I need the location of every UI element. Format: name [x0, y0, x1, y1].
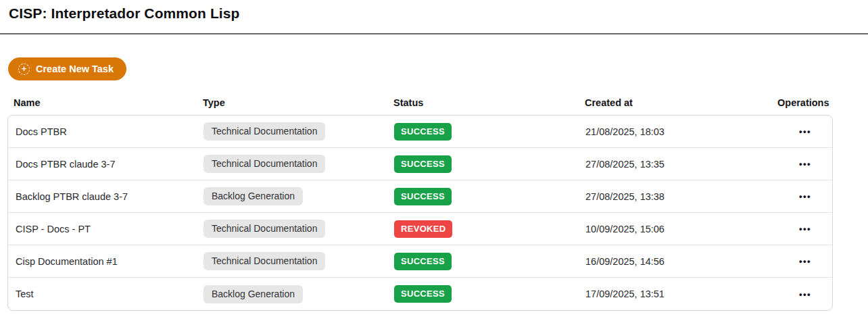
task-status-badge: SUCCESS	[394, 123, 452, 141]
row-operations-button[interactable]: •••	[796, 188, 814, 205]
task-name: CISP - Docs - PT	[8, 224, 203, 234]
task-name: Docs PTBR	[8, 126, 203, 137]
task-type-badge: Backlog Generation	[203, 187, 303, 205]
column-header-created-at: Created at	[585, 97, 777, 108]
task-status-badge: SUCCESS	[394, 155, 452, 173]
task-status-badge: REVOKED	[394, 220, 452, 238]
toolbar: + Create New Task	[8, 57, 868, 80]
task-status-badge: SUCCESS	[394, 285, 452, 303]
table-row: Test Backlog Generation SUCCESS 17/09/20…	[8, 278, 832, 310]
column-header-name: Name	[7, 97, 203, 108]
task-created-at: 27/08/2025, 13:38	[585, 191, 778, 202]
tasks-page: CISP: Interpretador Common Lisp + Create…	[0, 5, 868, 323]
plus-circle-dashed-icon: +	[18, 64, 30, 75]
task-name: Docs PTBR claude 3-7	[8, 159, 203, 170]
ellipsis-icon: •••	[799, 191, 811, 201]
task-name: Cisp Documentation #1	[8, 256, 203, 267]
table-row: Backlog PTBR claude 3-7 Backlog Generati…	[8, 180, 832, 213]
task-type-badge: Technical Documentation	[203, 155, 325, 173]
table-body: Docs PTBR Technical Documentation SUCCES…	[7, 115, 833, 311]
task-status-badge: SUCCESS	[394, 188, 452, 205]
task-created-at: 27/08/2025, 13:35	[585, 159, 778, 170]
task-type-badge: Backlog Generation	[203, 285, 303, 303]
row-operations-button[interactable]: •••	[796, 220, 814, 237]
task-created-at: 16/09/2025, 14:56	[585, 256, 778, 267]
task-type-badge: Technical Documentation	[203, 122, 325, 141]
task-type-badge: Technical Documentation	[203, 252, 325, 270]
task-type-badge: Technical Documentation	[203, 220, 325, 238]
table-row: Docs PTBR Technical Documentation SUCCES…	[8, 116, 832, 148]
task-status-badge: SUCCESS	[394, 253, 452, 270]
column-header-type: Type	[203, 97, 393, 108]
ellipsis-icon: •••	[799, 126, 811, 136]
column-header-status: Status	[393, 97, 585, 108]
ellipsis-icon: •••	[799, 159, 811, 169]
task-created-at: 10/09/2025, 15:06	[585, 224, 778, 234]
page-title: CISP: Interpretador Common Lisp	[9, 5, 859, 21]
create-new-task-label: Create New Task	[36, 64, 114, 74]
ellipsis-icon: •••	[799, 224, 811, 234]
create-new-task-button[interactable]: + Create New Task	[8, 57, 126, 80]
table-row: Cisp Documentation #1 Technical Document…	[8, 245, 832, 278]
row-operations-button[interactable]: •••	[796, 155, 814, 172]
row-operations-button[interactable]: •••	[796, 123, 814, 140]
task-created-at: 21/08/2025, 18:03	[585, 126, 778, 137]
table-header-row: Name Type Status Created at Operations	[7, 97, 833, 115]
ellipsis-icon: •••	[799, 289, 811, 299]
task-created-at: 17/09/2025, 13:51	[585, 289, 778, 299]
task-name: Test	[8, 289, 203, 299]
ellipsis-icon: •••	[799, 256, 811, 266]
row-operations-button[interactable]: •••	[796, 253, 814, 270]
task-name: Backlog PTBR claude 3-7	[8, 191, 203, 202]
row-operations-button[interactable]: •••	[796, 286, 814, 303]
table-row: Docs PTBR claude 3-7 Technical Documenta…	[8, 148, 832, 180]
tasks-table: Name Type Status Created at Operations D…	[7, 97, 833, 311]
table-row: CISP - Docs - PT Technical Documentation…	[8, 213, 832, 245]
column-header-operations: Operations	[777, 97, 833, 108]
title-divider	[0, 33, 868, 34]
